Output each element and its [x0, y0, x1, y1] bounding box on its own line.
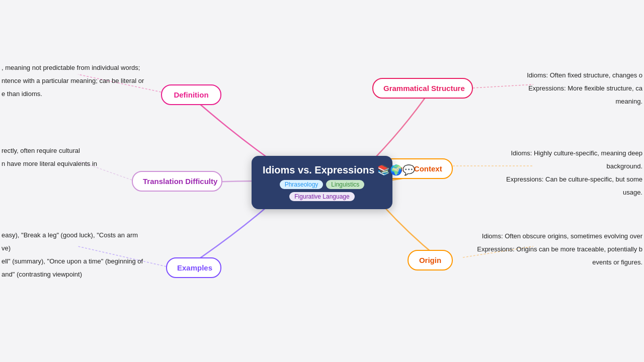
info-translation: rectly, often require cultural n have mo… [0, 146, 156, 172]
center-title: Idioms vs. Expressions 📚🌍💬 [263, 164, 381, 176]
tag-phraseology: Phraseology [280, 180, 324, 189]
info-definition: , meaning not predictable from individua… [0, 63, 156, 102]
info-examples: easy), "Break a leg" (good luck), "Costs… [0, 230, 156, 283]
tag-linguistics: Linguistics [326, 180, 364, 189]
tag-figurative: Figurative Language [289, 192, 354, 201]
origin-node[interactable]: Origin [408, 250, 453, 270]
examples-node[interactable]: Examples [166, 257, 221, 278]
info-grammatical: Idioms: Often fixed structure, changes o… [458, 70, 644, 110]
center-tags: Phraseology Linguistics Figurative Langu… [263, 180, 381, 201]
center-node[interactable]: Idioms vs. Expressions 📚🌍💬 Phraseology L… [252, 156, 392, 209]
definition-node[interactable]: Definition [161, 84, 221, 105]
mind-map-canvas: Idioms vs. Expressions 📚🌍💬 Phraseology L… [0, 0, 644, 362]
translation-node[interactable]: Translation Difficulty [132, 171, 222, 192]
info-origin: Idioms: Often obscure origins, sometimes… [458, 231, 644, 270]
grammatical-node[interactable]: Grammatical Structure [372, 78, 473, 99]
info-cultural: Idioms: Highly culture-specific, meaning… [458, 148, 644, 201]
